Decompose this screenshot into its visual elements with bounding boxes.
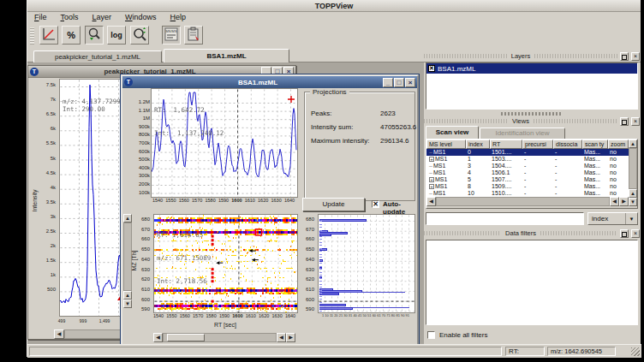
table-hscroll-right-button[interactable]: ▶ [619,197,629,206]
clipboard-icon [186,27,201,42]
tab-bsa1[interactable]: BSA1.mzML [164,49,289,62]
views-dock-title: Views [510,117,531,125]
data-filters-dock-header[interactable]: Data filters × [424,228,640,238]
table-filter-input[interactable] [426,212,584,225]
views-dock-header[interactable]: Views × [424,116,640,126]
heatmap-hscroll-left2-button[interactable]: ◀ [277,333,286,342]
window-title: TOPPView [315,2,354,10]
table-vscroll-down-button[interactable]: ▼ [629,198,637,206]
win2-minimize-button[interactable]: _ [383,78,393,87]
column-header-rt[interactable]: RT [490,139,522,149]
filter-column-combo[interactable]: index ▼ [587,212,638,225]
heatmap-vscroll-down-button[interactable]: ▼ [123,300,132,308]
menu-file[interactable]: File [27,12,54,21]
win2-title: BSA1.mzML [133,79,383,86]
win2-close-button[interactable]: × [405,78,415,87]
proj-ytick-1M: 1M [126,116,150,121]
tree-expand-icon[interactable]: + [429,184,434,189]
combo-arrow-icon[interactable]: ▼ [625,213,637,224]
heatmap-vscroll-up-button[interactable]: ▲ [123,214,132,223]
table-row[interactable]: –MS141506.1--Mas...no [426,169,629,176]
table-cell: Mas... [582,163,608,169]
menu-layer[interactable]: Layer [86,12,119,21]
tab-scan-view[interactable]: Scan view [426,126,479,139]
table-cell: 4 [466,169,490,176]
proj-ytick-300k: 300k [126,173,150,178]
layer-visibility-checkbox[interactable]: ✕ [428,65,435,72]
zoom-icon[interactable] [130,26,149,45]
status-message-field [29,347,502,356]
window-titlebar[interactable]: TOPPView [27,0,641,12]
toolbar-handle[interactable] [30,27,34,45]
linear-intensity-icon[interactable] [39,26,58,45]
w1-ytick-1k: 1k [33,272,56,277]
table-cell: Mas... [582,169,608,176]
column-header-scan-ty[interactable]: scan ty [582,139,608,149]
layers-close-icon[interactable]: × [631,52,640,61]
column-header-index[interactable]: index [466,139,490,149]
views-close-icon[interactable]: × [631,117,640,126]
tree-expand-icon[interactable]: + [429,177,434,182]
log-intensity-icon[interactable]: log [107,26,126,45]
w1-ytick-3k: 3k [33,214,56,219]
heat-mztick-650: 650 [134,246,150,252]
enable-all-filters-checkbox[interactable] [427,331,435,339]
table-cell: no [608,190,629,197]
percentage-intensity-icon[interactable]: % [62,26,80,45]
dock-splitter[interactable] [501,112,563,116]
layer-item-bsa1[interactable]: ✕ BSA1.mzML [426,63,637,74]
edit-mode-icon[interactable] [184,26,203,45]
resize-grip[interactable] [631,347,640,356]
menu-windows[interactable]: Windows [118,12,164,21]
table-row[interactable]: –MS131504....--Mas...no [426,163,629,169]
heatmap-hscroll-thumb[interactable] [167,334,205,341]
win1-hscroll-left-button[interactable]: ◀ [54,329,64,339]
column-header-precursi[interactable]: precursi [522,139,553,149]
data-filters-float-icon[interactable] [620,229,629,238]
msms-view-icon[interactable]: MS/MS [162,26,181,45]
tree-expand-icon[interactable]: + [429,157,434,162]
auto-update-checkbox[interactable]: ✕ [372,200,379,208]
layers-dock-header[interactable]: Layers × [424,51,640,61]
views-float-icon[interactable] [620,117,629,126]
snap-intensity-icon[interactable] [85,26,104,45]
win1-hscroll-track[interactable] [64,329,124,339]
menu-tools[interactable]: Tools [54,12,86,21]
max-intensity-value: 296134.6 [380,137,408,145]
mz-projection-canvas[interactable] [318,214,415,313]
table-row[interactable]: –MS1101510....--Mas...no [426,190,629,197]
table-row[interactable]: +MS151507....--Mas...no [426,176,629,183]
heatmap-vscroll-up2-button[interactable]: ▲ [123,291,132,300]
desktop: TOPPView FileToolsLayerWindowsHelp % log [0,0,644,362]
proj-ytick-400k: 400k [126,165,150,170]
vproj-mztick-610: 610 [299,287,314,292]
column-header-dissocia[interactable]: dissocia [553,139,582,149]
table-vscroll-up-button[interactable]: ▲ [629,139,637,148]
table-cell: 1504.... [490,163,522,169]
heatmap-hscroll-left-button[interactable]: ◀ [153,333,163,342]
win2-maximize-button[interactable]: □ [394,78,404,87]
layers-float-icon[interactable] [620,52,629,61]
heatmap-cursor-overlay: RT: 1,614.65 m/z: 671.15089 Int: 2,718.5… [157,216,211,300]
data-filters-close-icon[interactable]: × [631,229,640,238]
table-hscroll-track[interactable] [436,197,610,206]
table-row[interactable]: +MS111503....--Mas...no [426,156,629,163]
heatmap-hscroll-track[interactable] [163,333,277,342]
table-vscrollbar: ▲ ▲ ▼ [629,139,637,206]
table-row[interactable]: +MS181509....--Mas...no [426,183,629,190]
enable-all-filters-label: Enable all filters [439,331,487,339]
update-button[interactable]: Update [302,198,365,211]
heatmap-hscroll-right-button[interactable]: ▶ [286,333,295,342]
column-header-ms-level[interactable]: MS level [426,139,466,149]
table-cell: no [608,183,629,190]
menu-help[interactable]: Help [164,12,194,21]
table-hscroll-left-button[interactable]: ◀ [426,197,436,206]
tab-peakpicker-tutorial[interactable]: peakpicker_tutorial_1.mzML [33,50,162,62]
tab-identification-view[interactable]: Identification view [480,128,565,139]
column-header-zoom[interactable]: zoom [608,139,629,149]
table-row[interactable]: –MS101501....--Mas...no [426,149,629,156]
table-hscroll-left2-button[interactable]: ◀ [610,197,619,206]
table-vscroll-track[interactable] [629,148,637,189]
table-vscroll-up2-button[interactable]: ▲ [629,189,637,198]
win2-titlebar[interactable]: T BSA1.mzML _ □ × [122,76,417,88]
